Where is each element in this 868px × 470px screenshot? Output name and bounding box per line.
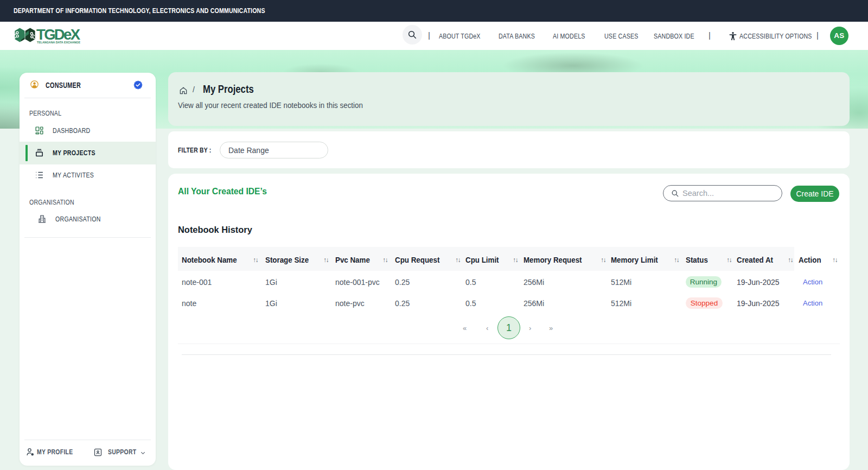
svg-text:TELANGANA DATA EXCHANGE: TELANGANA DATA EXCHANGE [37,41,80,44]
